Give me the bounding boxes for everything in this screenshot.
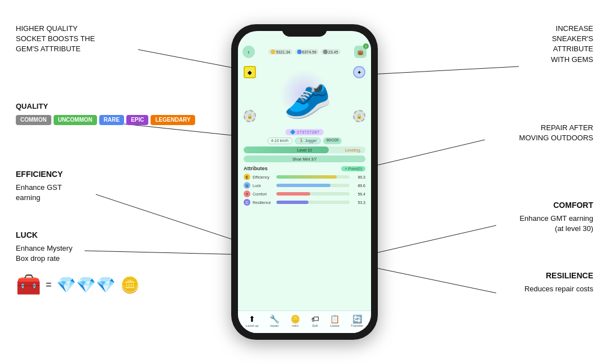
annotation-comfort: COMFORT Enhance GMT earning (at level 30… <box>519 200 593 234</box>
nav-repair[interactable]: 🔧 repair <box>270 314 279 327</box>
header-bar: ‹ 5321.34 6374.56 23.45 <box>238 43 371 60</box>
coin-icon: 🪙 <box>120 274 140 296</box>
bag-button[interactable]: 👜 2 <box>354 46 367 58</box>
badge-legendary: LEGENDARY <box>151 115 195 125</box>
socket-top-right[interactable]: ✦ <box>353 66 365 78</box>
efficiency-label: Efficiency <box>253 175 274 179</box>
phone-notch <box>282 24 327 37</box>
resilience-value: 53.3 <box>352 201 365 205</box>
phone-shell: ‹ 5321.34 6374.56 23.45 <box>231 24 378 340</box>
comfort-bar-bg <box>276 192 350 196</box>
socket-bottom-left[interactable]: 🔒 <box>244 110 256 122</box>
annotation-quality: QUALITY COMMON UNCOMMON RARE EPIC LEGEND… <box>16 101 195 125</box>
level-text: Level 10 <box>297 148 312 152</box>
attr-row-comfort: + Comfort 56.4 <box>244 190 365 197</box>
currency-bar: 5321.34 6374.56 23.45 <box>268 49 340 55</box>
socket-top-left[interactable]: ◆ <box>244 66 256 78</box>
socket-bottom-right[interactable]: 🔒 <box>353 110 365 122</box>
sneaker-id-row: 🔷 273727287 <box>238 129 371 135</box>
luck-label: Luck <box>253 184 274 188</box>
luck-bar-bg <box>276 184 350 187</box>
attr-row-efficiency: E Efficiency 99.3 <box>244 174 365 180</box>
svg-line-6 <box>361 225 496 256</box>
gst-currency: 5321.34 <box>268 49 292 55</box>
transfer-label: Transfer <box>351 324 363 327</box>
phone-screen: ‹ 5321.34 6374.56 23.45 <box>238 31 371 333</box>
efficiency-icon: E <box>244 174 250 180</box>
level-fill <box>244 147 329 153</box>
repair-icon: 🔧 <box>270 314 279 323</box>
nav-mint[interactable]: 🪙 mint <box>290 314 300 327</box>
quality-badges: COMMON UNCOMMON RARE EPIC LEGENDARY <box>16 115 195 125</box>
luck-icon: U <box>244 182 250 189</box>
attributes-header: Attributes + Point(0) <box>244 166 365 171</box>
badge-epic: EPIC <box>126 115 148 125</box>
annotation-efficiency: EFFICIENCY Enhance GST earning <box>16 169 63 203</box>
comfort-icon: + <box>244 190 250 197</box>
lease-icon: 📋 <box>330 314 339 323</box>
badge-uncommon: UNCOMMON <box>54 115 97 125</box>
gmt-value: 6374.56 <box>302 50 316 54</box>
gmt-currency: 6374.56 <box>295 49 319 55</box>
svg-line-5 <box>361 140 485 169</box>
levelup-icon: ⬆ <box>249 314 255 323</box>
attributes-section: Attributes + Point(0) E Efficiency 99.3 … <box>238 163 371 210</box>
gst-icon <box>271 50 275 54</box>
level-status: Leveling.. <box>345 148 362 152</box>
efficiency-value: 99.3 <box>352 175 365 179</box>
badge-rare: RARE <box>99 115 124 125</box>
luck-value: 89.6 <box>352 184 365 188</box>
mint-bar: Shoe Mint 3/7 <box>244 156 365 162</box>
level-bar: Level 10 Leveling.. <box>244 147 365 153</box>
annotation-luck: LUCK Enhance Mystery Box drop rate 🧰 = 💎… <box>16 230 140 299</box>
efficiency-bar-fill <box>276 175 337 179</box>
sneaker-image: 👟 <box>274 64 336 123</box>
screen-content: ‹ 5321.34 6374.56 23.45 <box>238 31 371 333</box>
sol-icon <box>323 50 328 54</box>
nav-levelup[interactable]: ⬆ Level up <box>246 314 259 327</box>
nav-lease[interactable]: 📋 Lease <box>330 314 339 327</box>
levelup-label: Level up <box>246 324 259 327</box>
sell-label: Sell <box>312 324 318 327</box>
nav-sell[interactable]: 🏷 Sell <box>311 314 319 327</box>
chest-icon: 🧰 <box>16 270 41 299</box>
sol-currency: 23.45 <box>321 49 341 55</box>
point-button[interactable]: + Point(0) <box>341 166 365 171</box>
bag-badge: 2 <box>363 43 369 49</box>
back-button[interactable]: ‹ <box>242 46 255 58</box>
resilience-bar-fill <box>276 201 308 204</box>
comfort-label: Comfort <box>253 192 274 196</box>
comfort-value: 56.4 <box>352 192 365 196</box>
luck-bar-fill <box>276 184 330 187</box>
sneaker-id-badge: 🔷 273727287 <box>285 129 324 135</box>
badge-common: COMMON <box>16 115 51 125</box>
mint-label: mint <box>292 324 298 327</box>
comfort-bar-fill <box>276 192 310 196</box>
transfer-icon: 🔄 <box>352 314 362 323</box>
attributes-title: Attributes <box>244 166 268 171</box>
annotation-repair: REPAIR AFTER MOVING OUTDOORS <box>519 123 593 143</box>
chest-row: 🧰 = 💎💎💎 🪙 <box>16 270 140 299</box>
efficiency-bar-bg <box>276 175 350 179</box>
resilience-icon: D <box>244 199 250 206</box>
svg-line-7 <box>361 265 496 293</box>
resilience-label: Resilience <box>253 201 274 205</box>
repair-label: repair <box>270 324 279 327</box>
sell-icon: 🏷 <box>311 314 319 323</box>
bottom-nav: ⬆ Level up 🔧 repair 🪙 mint 🏷 Sell 📋 <box>238 310 371 333</box>
equals-sign: = <box>46 278 52 292</box>
annotation-gems: INCREASE SNEAKER'S ATTRIBUTE WITH GEMS <box>551 24 593 65</box>
gst-value: 5321.34 <box>276 50 290 54</box>
mint-icon: 🪙 <box>290 314 300 323</box>
sneaker-area: ◆ ✦ 🔒 🔒 👟 <box>238 60 371 128</box>
nav-transfer[interactable]: 🔄 Transfer <box>351 314 363 327</box>
sneaker-type[interactable]: 🏃 Jogger <box>295 137 321 144</box>
lease-label: Lease <box>330 324 339 327</box>
resilience-bar-bg <box>276 201 350 204</box>
speed-range: 4-10 km/h <box>267 137 293 144</box>
attr-row-resilience: D Resilience 53.3 <box>244 199 365 206</box>
annotation-socket-quality: HIGHER QUALITY SOCKET BOOSTS THE GEM'S A… <box>16 24 95 55</box>
attr-row-luck: U Luck 89.6 <box>244 182 365 189</box>
annotation-resilience: RESILIENCE Reduces repair costs <box>524 270 593 294</box>
gems-icon: 💎💎💎 <box>56 274 116 296</box>
